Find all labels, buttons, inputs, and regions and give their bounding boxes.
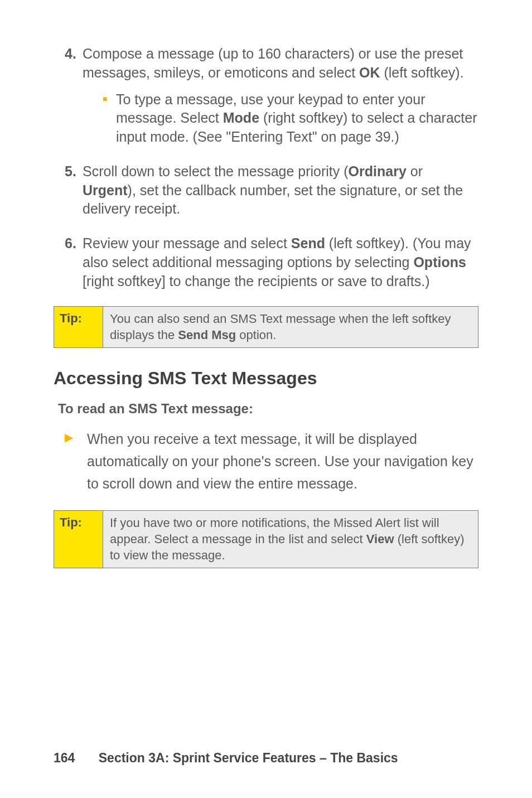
step-6-post: [right softkey] to change the recipients… [83,273,430,289]
tip-2-content: If you have two or more notifications, t… [103,511,478,568]
step-5-bold-ordinary: Ordinary [349,163,407,179]
step-5-number: 5. [54,162,83,219]
tip-box-2: Tip: If you have two or more notificatio… [54,510,478,568]
step-6-body: Review your message and select Send (lef… [83,234,478,291]
step-4-sub-bold: Mode [223,110,259,125]
step-5: 5. Scroll down to select the message pri… [54,162,478,219]
step-4-sub-text: To type a message, use your keypad to en… [116,90,478,147]
step-4-number: 4. [54,45,83,147]
read-sms-text: When you receive a text message, it will… [87,428,478,495]
step-4: 4. Compose a message (up to 160 characte… [54,45,478,147]
step-5-post: ), set the callback number, set the sign… [83,182,463,217]
step-6: 6. Review your message and select Send (… [54,234,478,291]
sub-heading: To read an SMS Text message: [54,401,478,417]
page-footer: 164 Section 3A: Sprint Service Features … [54,751,398,766]
square-bullet-icon: ■ [103,90,116,147]
step-6-bold-send: Send [291,235,325,251]
tip-1-content: You can also send an SMS Text message wh… [103,307,478,347]
footer-title: Section 3A: Sprint Service Features – Th… [99,751,398,765]
step-4-body: Compose a message (up to 160 characters)… [83,45,478,147]
step-5-bold-urgent: Urgent [83,182,128,198]
tip-2-bold: View [366,532,394,546]
step-4-sub-bullet: ■ To type a message, use your keypad to … [83,90,478,147]
step-4-text-post: (left softkey). [380,65,464,80]
step-4-bold-ok: OK [359,65,380,80]
read-sms-bullet: ▶ When you receive a text message, it wi… [54,428,478,495]
step-6-pre: Review your message and select [83,235,291,251]
step-6-bold-options: Options [413,254,466,270]
tip-1-pre: You can also send an SMS Text message wh… [110,312,451,342]
tip-1-bold: Send Msg [178,328,236,342]
tip-box-1: Tip: You can also send an SMS Text messa… [54,306,478,348]
step-5-mid: or [407,163,423,179]
section-heading: Accessing SMS Text Messages [54,368,478,389]
step-5-pre: Scroll down to select the message priori… [83,163,349,179]
tip-1-label: Tip: [54,307,103,347]
triangle-bullet-icon: ▶ [65,428,87,495]
step-6-number: 6. [54,234,83,291]
page-number: 164 [54,751,75,765]
tip-1-post: option. [236,328,276,342]
tip-2-label: Tip: [54,511,103,568]
step-5-body: Scroll down to select the message priori… [83,162,478,219]
